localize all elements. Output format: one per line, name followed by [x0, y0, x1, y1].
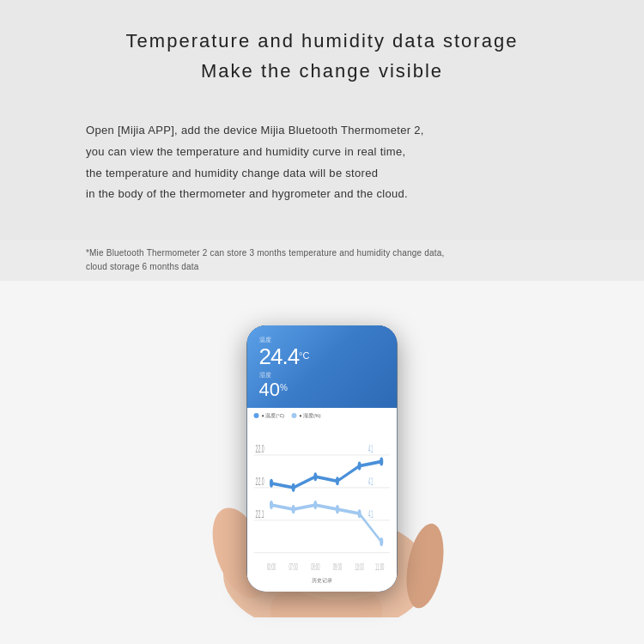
screen-bottom: ● 温度(°C) ● 湿度(%)	[247, 408, 398, 592]
svg-text:10:00: 10:00	[355, 562, 363, 572]
humidity-display: 40%	[259, 380, 386, 399]
chart-legend: ● 温度(°C) ● 湿度(%)	[254, 413, 391, 419]
chart-area: 22.0 22.0 22.1 41 41 41	[254, 422, 391, 574]
chart-footer: 历史记录	[254, 577, 391, 588]
page-wrapper: Temperature and humidity data storage Ma…	[0, 0, 644, 644]
svg-text:41: 41	[368, 442, 374, 454]
chart-svg: 22.0 22.0 22.1 41 41 41	[254, 422, 391, 574]
temp-unit: °C	[299, 349, 309, 360]
title-line1: Temperature and humidity data storage	[86, 26, 558, 56]
legend-temp-dot	[254, 413, 259, 418]
legend-humidity-label: ● 湿度(%)	[299, 413, 320, 419]
svg-point-10	[270, 478, 273, 487]
title-line2: Make the change visible	[86, 56, 558, 86]
svg-point-11	[292, 483, 295, 491]
footnote-line2: cloud storage 6 months data	[86, 262, 199, 271]
hand-phone-container: 温度 24.4°C 湿度 40%	[150, 317, 494, 609]
temp-value: 24.4	[259, 343, 300, 369]
footnote-section: *Mie Bluetooth Thermometer 2 can store 3…	[0, 240, 644, 281]
description-text: Open [Mijia APP], add the device Mijia B…	[86, 120, 558, 205]
svg-point-14	[358, 461, 361, 470]
humidity-unit: %	[280, 382, 288, 392]
legend-humidity-item: ● 湿度(%)	[291, 413, 320, 419]
phone-screen: 温度 24.4°C 湿度 40%	[247, 325, 398, 592]
legend-temp-label: ● 温度(°C)	[262, 413, 285, 419]
svg-text:41: 41	[368, 507, 374, 519]
phone-section: 温度 24.4°C 湿度 40%	[0, 281, 644, 644]
screen-top: 温度 24.4°C 湿度 40%	[247, 325, 398, 408]
svg-text:22.0: 22.0	[256, 442, 264, 454]
footnote-line1: *Mie Bluetooth Thermometer 2 can store 3…	[86, 248, 445, 258]
temp-display: 24.4°C	[259, 345, 386, 368]
svg-point-19	[336, 505, 339, 513]
svg-text:00:00: 00:00	[267, 562, 276, 572]
svg-point-16	[270, 501, 273, 509]
svg-point-18	[313, 501, 317, 509]
svg-point-15	[380, 457, 383, 465]
footnote-text: *Mie Bluetooth Thermometer 2 can store 3…	[86, 246, 558, 274]
desc-line4: in the body of the thermometer and hygro…	[86, 187, 408, 200]
svg-text:08:00: 08:00	[311, 562, 319, 572]
legend-humidity-dot	[291, 413, 296, 418]
description-block: Open [Mijia APP], add the device Mijia B…	[86, 120, 558, 205]
svg-point-21	[380, 538, 383, 546]
desc-line3: the temperature and humidity change data…	[86, 167, 378, 179]
svg-text:11:00: 11:00	[375, 562, 384, 572]
humidity-value: 40	[259, 379, 280, 400]
svg-text:22.1: 22.1	[256, 507, 264, 519]
main-title: Temperature and humidity data storage Ma…	[86, 26, 558, 86]
legend-temp-item: ● 温度(°C)	[254, 413, 285, 419]
svg-text:41: 41	[368, 475, 374, 487]
svg-point-17	[292, 505, 295, 513]
svg-point-13	[336, 477, 339, 485]
phone-frame: 温度 24.4°C 湿度 40%	[247, 325, 398, 592]
svg-point-20	[358, 509, 361, 518]
desc-line2: you can view the temperature and humidit…	[86, 145, 405, 158]
svg-point-12	[313, 472, 317, 481]
svg-text:07:00: 07:00	[289, 562, 298, 572]
svg-text:22.0: 22.0	[256, 475, 264, 487]
desc-line1: Open [Mijia APP], add the device Mijia B…	[86, 124, 424, 137]
top-section: Temperature and humidity data storage Ma…	[0, 0, 644, 240]
svg-text:09:00: 09:00	[333, 562, 342, 572]
